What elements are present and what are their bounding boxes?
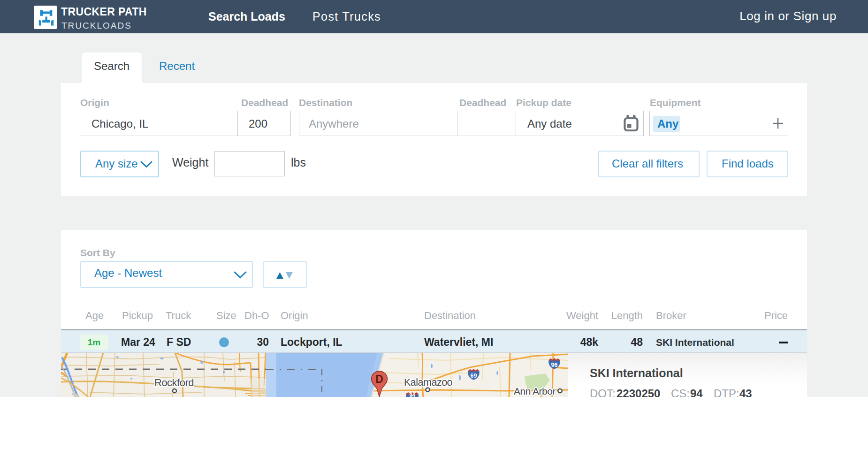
svg-text:94: 94 <box>409 392 415 397</box>
svg-text:D: D <box>375 373 383 385</box>
svg-text:96: 96 <box>551 362 558 368</box>
svg-text:Kalamazoo: Kalamazoo <box>404 377 453 388</box>
svg-text:Ann Arbor: Ann Arbor <box>514 386 556 396</box>
svg-text:69: 69 <box>471 373 477 379</box>
svg-text:Rockford: Rockford <box>154 377 194 388</box>
